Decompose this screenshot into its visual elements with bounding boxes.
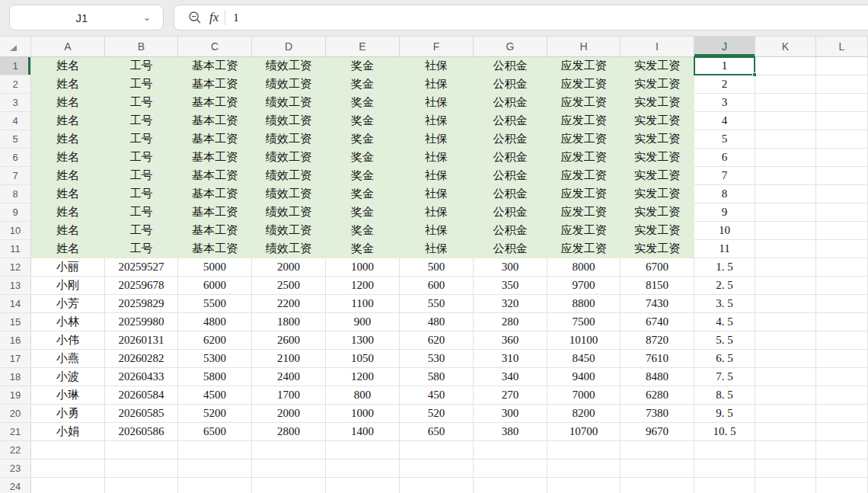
cell-E16[interactable]: 1300: [326, 331, 400, 350]
cell-L15[interactable]: [816, 313, 868, 331]
cell-I19[interactable]: 6280: [621, 386, 694, 405]
cell-I11[interactable]: 实发工资: [621, 240, 694, 258]
cell-A1[interactable]: 姓名: [31, 57, 105, 75]
cell-C11[interactable]: 基本工资: [178, 240, 252, 258]
cell-G18[interactable]: 340: [474, 368, 547, 386]
cell-B10[interactable]: 工号: [105, 222, 178, 240]
cell-H9[interactable]: 应发工资: [547, 203, 621, 222]
cell-E19[interactable]: 800: [326, 386, 400, 405]
row-header-15[interactable]: 15: [0, 313, 31, 331]
cell-B14[interactable]: 20259829: [105, 295, 178, 313]
cell-J9[interactable]: 9: [694, 203, 755, 222]
cell-H10[interactable]: 应发工资: [547, 222, 621, 240]
cell-B20[interactable]: 20260585: [105, 405, 178, 423]
cell-H4[interactable]: 应发工资: [547, 112, 621, 130]
cell-G11[interactable]: 公积金: [474, 240, 547, 258]
cell-J4[interactable]: 4: [694, 112, 755, 130]
cell-C19[interactable]: 4500: [178, 386, 252, 405]
cell-G7[interactable]: 公积金: [474, 167, 547, 185]
cell-F10[interactable]: 社保: [400, 222, 474, 240]
cell-H13[interactable]: 9700: [547, 277, 621, 295]
formula-bar[interactable]: fx 1: [174, 5, 868, 30]
cell-K2[interactable]: [755, 75, 816, 94]
cell-A21[interactable]: 小娟: [31, 423, 105, 441]
cell-A17[interactable]: 小燕: [31, 350, 105, 368]
cell-G2[interactable]: 公积金: [474, 75, 547, 94]
cell-L16[interactable]: [816, 331, 868, 350]
cell-I12[interactable]: 6700: [621, 258, 694, 277]
cell-G22[interactable]: [474, 441, 547, 459]
cell-B3[interactable]: 工号: [105, 94, 178, 112]
row-header-17[interactable]: 17: [0, 350, 31, 368]
cell-G13[interactable]: 350: [474, 277, 547, 295]
formula-bar-content[interactable]: 1: [233, 11, 239, 24]
row-header-21[interactable]: 21: [0, 423, 31, 441]
cell-C18[interactable]: 5800: [178, 368, 252, 386]
cell-K4[interactable]: [755, 112, 816, 130]
cell-B2[interactable]: 工号: [105, 75, 178, 94]
cell-G6[interactable]: 公积金: [474, 149, 547, 167]
cell-J16[interactable]: 5. 5: [694, 331, 755, 350]
cell-I4[interactable]: 实发工资: [621, 112, 694, 130]
cell-E23[interactable]: [326, 459, 400, 478]
row-header-1[interactable]: 1: [0, 57, 31, 75]
cell-H20[interactable]: 8200: [547, 405, 621, 423]
cell-G16[interactable]: 360: [474, 331, 547, 350]
cell-K12[interactable]: [755, 258, 816, 277]
cell-B22[interactable]: [105, 441, 178, 459]
row-header-18[interactable]: 18: [0, 368, 31, 386]
cell-K15[interactable]: [755, 313, 816, 331]
cell-F16[interactable]: 620: [400, 331, 474, 350]
cell-J2[interactable]: 2: [694, 75, 755, 94]
cell-J3[interactable]: 3: [694, 94, 755, 112]
cell-E1[interactable]: 奖金: [326, 57, 400, 75]
cell-J5[interactable]: 5: [694, 130, 755, 149]
cell-J12[interactable]: 1. 5: [694, 258, 755, 277]
column-header-E[interactable]: E: [326, 37, 400, 57]
cell-K13[interactable]: [755, 277, 816, 295]
cell-E22[interactable]: [326, 441, 400, 459]
cell-I9[interactable]: 实发工资: [621, 203, 694, 222]
cell-F11[interactable]: 社保: [400, 240, 474, 258]
cell-F20[interactable]: 520: [400, 405, 474, 423]
cell-B1[interactable]: 工号: [105, 57, 178, 75]
cell-G8[interactable]: 公积金: [474, 185, 547, 203]
cell-L22[interactable]: [816, 441, 868, 459]
cell-B19[interactable]: 20260584: [105, 386, 178, 405]
cell-B7[interactable]: 工号: [105, 167, 178, 185]
row-header-2[interactable]: 2: [0, 75, 31, 94]
cell-A5[interactable]: 姓名: [31, 130, 105, 149]
cell-F12[interactable]: 500: [400, 258, 474, 277]
cell-F5[interactable]: 社保: [400, 130, 474, 149]
cell-D15[interactable]: 1800: [252, 313, 326, 331]
cell-I17[interactable]: 7610: [621, 350, 694, 368]
cell-C13[interactable]: 6000: [178, 277, 252, 295]
cell-G10[interactable]: 公积金: [474, 222, 547, 240]
cell-G5[interactable]: 公积金: [474, 130, 547, 149]
cell-G17[interactable]: 310: [474, 350, 547, 368]
row-header-3[interactable]: 3: [0, 94, 31, 112]
cell-G23[interactable]: [474, 459, 547, 478]
cell-L17[interactable]: [816, 350, 868, 368]
cell-D21[interactable]: 2800: [252, 423, 326, 441]
cell-E17[interactable]: 1050: [326, 350, 400, 368]
cell-B12[interactable]: 20259527: [105, 258, 178, 277]
cell-A3[interactable]: 姓名: [31, 94, 105, 112]
cell-F22[interactable]: [400, 441, 474, 459]
cell-C2[interactable]: 基本工资: [178, 75, 252, 94]
cell-L8[interactable]: [816, 185, 868, 203]
cell-A2[interactable]: 姓名: [31, 75, 105, 94]
cell-E18[interactable]: 1200: [326, 368, 400, 386]
cell-C1[interactable]: 基本工资: [178, 57, 252, 75]
row-header-10[interactable]: 10: [0, 222, 31, 240]
cell-I21[interactable]: 9670: [621, 423, 694, 441]
cell-I20[interactable]: 7380: [621, 405, 694, 423]
cell-L13[interactable]: [816, 277, 868, 295]
cell-L2[interactable]: [816, 75, 868, 94]
cell-D14[interactable]: 2200: [252, 295, 326, 313]
cell-F3[interactable]: 社保: [400, 94, 474, 112]
cell-D11[interactable]: 绩效工资: [252, 240, 326, 258]
cell-I16[interactable]: 8720: [621, 331, 694, 350]
cell-I5[interactable]: 实发工资: [621, 130, 694, 149]
cell-A4[interactable]: 姓名: [31, 112, 105, 130]
